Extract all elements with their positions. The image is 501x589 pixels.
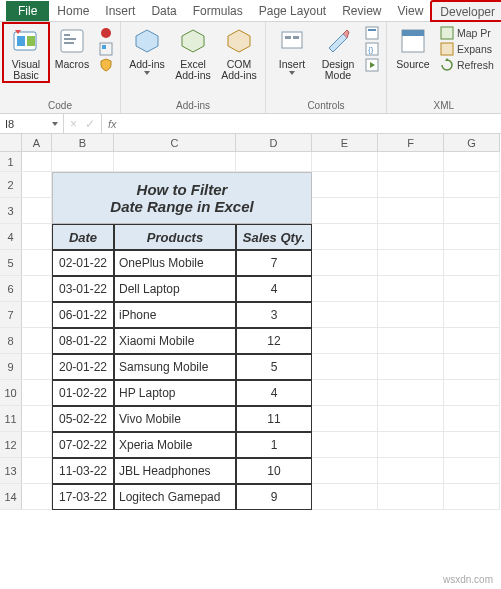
- row-header[interactable]: 1: [0, 152, 22, 172]
- tab-view[interactable]: View: [390, 1, 432, 20]
- row-header[interactable]: 7: [0, 302, 22, 328]
- enter-icon[interactable]: ✓: [85, 117, 95, 131]
- cell-date[interactable]: 06-01-22: [52, 302, 114, 328]
- row-header[interactable]: 4: [0, 224, 22, 250]
- expansion-packs-button[interactable]: Expans: [437, 42, 497, 56]
- row-header[interactable]: 2: [0, 172, 22, 198]
- row-header[interactable]: 6: [0, 276, 22, 302]
- column-header[interactable]: E: [312, 134, 378, 152]
- table-header-date[interactable]: Date: [52, 224, 114, 250]
- cell[interactable]: [22, 302, 52, 328]
- cell[interactable]: [378, 250, 444, 276]
- cell[interactable]: [444, 484, 500, 510]
- cell-qty[interactable]: 7: [236, 250, 312, 276]
- cell[interactable]: [22, 276, 52, 302]
- cell[interactable]: [22, 380, 52, 406]
- macro-security-button[interactable]: [96, 58, 116, 72]
- cell[interactable]: [378, 302, 444, 328]
- cell[interactable]: [378, 224, 444, 250]
- cell[interactable]: [114, 152, 236, 172]
- title-merged-cell[interactable]: How to FilterDate Range in Excel: [52, 172, 312, 224]
- select-all-corner[interactable]: [0, 134, 22, 152]
- insert-control-button[interactable]: Insert: [270, 24, 314, 75]
- cell-date[interactable]: 08-01-22: [52, 328, 114, 354]
- row-header[interactable]: 12: [0, 432, 22, 458]
- cell-date[interactable]: 05-02-22: [52, 406, 114, 432]
- tab-home[interactable]: Home: [49, 1, 97, 20]
- cell[interactable]: [22, 406, 52, 432]
- cell[interactable]: [312, 224, 378, 250]
- cell[interactable]: [378, 172, 444, 198]
- row-header[interactable]: 11: [0, 406, 22, 432]
- cell[interactable]: [22, 354, 52, 380]
- tab-review[interactable]: Review: [334, 1, 389, 20]
- column-header[interactable]: A: [22, 134, 52, 152]
- cell-date[interactable]: 20-01-22: [52, 354, 114, 380]
- table-header-products[interactable]: Products: [114, 224, 236, 250]
- cell-product[interactable]: Xiaomi Mobile: [114, 328, 236, 354]
- cell[interactable]: [378, 484, 444, 510]
- cell-qty[interactable]: 11: [236, 406, 312, 432]
- cell[interactable]: [312, 432, 378, 458]
- cell[interactable]: [22, 224, 52, 250]
- excel-addins-button[interactable]: Excel Add-ins: [171, 24, 215, 81]
- use-relative-references-button[interactable]: [96, 42, 116, 56]
- cell[interactable]: [22, 484, 52, 510]
- cell[interactable]: [22, 152, 52, 172]
- cell[interactable]: [312, 458, 378, 484]
- row-header[interactable]: 14: [0, 484, 22, 510]
- cell[interactable]: [312, 484, 378, 510]
- cell[interactable]: [378, 458, 444, 484]
- cancel-icon[interactable]: ×: [70, 117, 77, 131]
- cell-product[interactable]: OnePlus Mobile: [114, 250, 236, 276]
- cell-date[interactable]: 01-02-22: [52, 380, 114, 406]
- cell[interactable]: [52, 152, 114, 172]
- name-box[interactable]: I8: [0, 114, 64, 133]
- cell-qty[interactable]: 12: [236, 328, 312, 354]
- cell[interactable]: [444, 458, 500, 484]
- cell[interactable]: [312, 328, 378, 354]
- cell[interactable]: [312, 380, 378, 406]
- column-header[interactable]: G: [444, 134, 500, 152]
- addins-button[interactable]: Add-ins: [125, 24, 169, 75]
- fx-icon[interactable]: fx: [102, 114, 123, 133]
- cell[interactable]: [312, 198, 378, 224]
- tab-data[interactable]: Data: [143, 1, 184, 20]
- cell[interactable]: [444, 328, 500, 354]
- properties-button[interactable]: [362, 26, 382, 40]
- cell[interactable]: [236, 152, 312, 172]
- cell-grid[interactable]: How to FilterDate Range in ExcelDateProd…: [22, 152, 500, 510]
- cell-product[interactable]: Samsung Mobile: [114, 354, 236, 380]
- cell-date[interactable]: 11-03-22: [52, 458, 114, 484]
- column-header[interactable]: F: [378, 134, 444, 152]
- row-header[interactable]: 13: [0, 458, 22, 484]
- cell-qty[interactable]: 1: [236, 432, 312, 458]
- cell[interactable]: [22, 198, 52, 224]
- cell[interactable]: [444, 152, 500, 172]
- cell[interactable]: [22, 432, 52, 458]
- cell-qty[interactable]: 3: [236, 302, 312, 328]
- cell[interactable]: [444, 172, 500, 198]
- cell[interactable]: [378, 380, 444, 406]
- tab-file[interactable]: File: [6, 1, 49, 21]
- macros-button[interactable]: Macros: [50, 24, 94, 70]
- cell[interactable]: [444, 276, 500, 302]
- cell[interactable]: [444, 198, 500, 224]
- cell-qty[interactable]: 9: [236, 484, 312, 510]
- cell[interactable]: [22, 328, 52, 354]
- row-header[interactable]: 5: [0, 250, 22, 276]
- tab-formulas[interactable]: Formulas: [185, 1, 251, 20]
- cell[interactable]: [22, 172, 52, 198]
- run-dialog-button[interactable]: [362, 58, 382, 72]
- cell-date[interactable]: 02-01-22: [52, 250, 114, 276]
- cell[interactable]: [378, 276, 444, 302]
- cell[interactable]: [378, 328, 444, 354]
- visual-basic-button[interactable]: Visual Basic: [4, 24, 48, 81]
- source-button[interactable]: Source: [391, 24, 435, 70]
- cell-product[interactable]: iPhone: [114, 302, 236, 328]
- cell-product[interactable]: Dell Laptop: [114, 276, 236, 302]
- row-header[interactable]: 3: [0, 198, 22, 224]
- tab-page-layout[interactable]: Page Layout: [251, 1, 334, 20]
- cell[interactable]: [444, 302, 500, 328]
- column-header[interactable]: B: [52, 134, 114, 152]
